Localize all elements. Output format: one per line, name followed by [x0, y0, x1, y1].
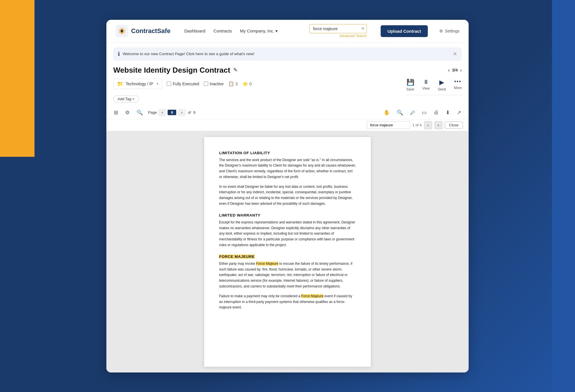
- contract-title-row: Website Identity Design Contract ✎ ‹ 3/4…: [113, 66, 462, 75]
- more-action-button[interactable]: ••• More: [454, 79, 462, 90]
- save-icon: 💾: [407, 79, 414, 86]
- info-icon: ℹ: [118, 51, 120, 57]
- search-clear-icon[interactable]: ✕: [361, 26, 365, 31]
- folder-badge[interactable]: 📁 Technology / IP ▾: [113, 79, 162, 89]
- folder-icon: 📁: [117, 81, 123, 87]
- nav-links: Dashboard Contracts My Company, Inc. ▾: [184, 28, 278, 34]
- contract-title: Website Identity Design Contract ✎: [113, 66, 237, 75]
- star-icon: ⭐: [242, 81, 248, 86]
- advanced-search-link[interactable]: Advanced Search: [340, 34, 367, 38]
- contract-nav: ‹ 3/4 ›: [448, 67, 462, 73]
- pdf-section-limitation: LIMITATION OF LIABILITY The services and…: [219, 151, 356, 207]
- navbar: ContractSafe Dashboard Contracts My Comp…: [106, 20, 469, 43]
- page-current-number: 6: [168, 110, 176, 115]
- logo[interactable]: ContractSafe: [116, 25, 170, 37]
- nav-company[interactable]: My Company, Inc. ▾: [240, 28, 278, 34]
- page-prev-button[interactable]: ‹: [158, 109, 166, 116]
- limitation-para-2: In no event shall Designer be liable for…: [219, 184, 356, 207]
- view-action-button[interactable]: ⏸ View: [422, 79, 430, 90]
- contract-nav-count: 3/4: [452, 68, 458, 72]
- force-majeure-highlight-1: Force Majeure: [256, 262, 278, 266]
- warranty-title: LIMITED WARRANTY: [219, 213, 356, 217]
- nav-dashboard[interactable]: Dashboard: [184, 28, 205, 34]
- search-result-row: 1 of 4 ‹ › Close: [106, 119, 469, 131]
- more-label: More: [454, 86, 462, 90]
- send-label: Send: [438, 87, 446, 91]
- force-majeure-title-highlight: Force Majeure: [219, 254, 255, 259]
- more-icon: •••: [454, 79, 461, 85]
- settings-button[interactable]: ⚙ Settings: [439, 29, 459, 33]
- download-button[interactable]: ⬇: [444, 108, 452, 117]
- upload-contract-button[interactable]: Upload Contract: [381, 25, 428, 37]
- pdf-right-tools: 🖨 ⬇ ↗: [432, 108, 463, 117]
- contract-prev-button[interactable]: ‹: [448, 67, 450, 73]
- dropdown-arrow-icon: ▾: [157, 82, 158, 86]
- view-icon: ⏸: [423, 79, 429, 85]
- pdf-toolbar: ⊞ ⚙ 🔍 Page ‹ 6 › of 9 ✋ 🔍 🔎 ▭ 🖨 ⬇ ↗: [106, 106, 469, 119]
- print-button[interactable]: 🖨: [432, 108, 440, 117]
- hand-tool-button[interactable]: ✋: [382, 108, 392, 117]
- zoom-out-button[interactable]: 🔎: [408, 109, 417, 116]
- force-majeure-title: Force Majeure: [219, 254, 356, 259]
- pdf-section-warranty: LIMITED WARRANTY Except for the express …: [219, 213, 356, 248]
- search-result-next-button[interactable]: ›: [434, 121, 442, 129]
- contract-header: Website Identity Design Contract ✎ ‹ 3/4…: [106, 61, 469, 106]
- page-label: Page: [148, 110, 157, 115]
- open-new-tab-button[interactable]: ↗: [455, 108, 463, 117]
- pdf-content-area: LIMITATION OF LIABILITY The services and…: [106, 131, 469, 372]
- force-majeure-para-1: Either party may invoke Force Majeure to…: [219, 261, 356, 289]
- fit-page-button[interactable]: ▭: [420, 108, 428, 117]
- force-majeure-highlight-2: Force Majeure: [301, 294, 323, 298]
- thumbnail-view-button[interactable]: ⊞: [112, 108, 120, 117]
- contract-next-button[interactable]: ›: [460, 67, 462, 73]
- page-of-label: of: [188, 110, 191, 115]
- send-icon: ▶: [439, 79, 444, 86]
- force-majeure-para-2: Failure to make a payment may only be co…: [219, 293, 356, 310]
- warranty-para-1: Except for the express representations a…: [219, 220, 356, 248]
- pdf-search-input[interactable]: [367, 121, 410, 129]
- search-close-button[interactable]: Close: [445, 121, 463, 129]
- limitation-para-1: The services and the work product of the…: [219, 157, 356, 180]
- banner-text[interactable]: Welcome to our new Contract Page! Click …: [123, 52, 450, 56]
- search-result-prev-button[interactable]: ‹: [424, 121, 432, 129]
- doc-count: 📋 3: [228, 81, 238, 86]
- limitation-title: LIMITATION OF LIABILITY: [219, 151, 356, 155]
- save-label: Save: [406, 87, 414, 91]
- pdf-document: LIMITATION OF LIABILITY The services and…: [204, 137, 371, 367]
- search-result-count: 1 of 4: [412, 123, 422, 127]
- page-total: 9: [193, 110, 195, 115]
- send-action-button[interactable]: ▶ Send: [438, 79, 446, 91]
- fully-executed-checkbox[interactable]: Fully Executed: [167, 82, 199, 86]
- search-input[interactable]: [309, 24, 367, 33]
- gear-icon: ⚙: [439, 29, 443, 33]
- settings-tool-button[interactable]: ⚙: [123, 108, 131, 117]
- view-label: View: [422, 86, 430, 90]
- contract-meta-row: 📁 Technology / IP ▾ Fully Executed Inact…: [113, 79, 252, 89]
- page-next-button[interactable]: ›: [178, 109, 185, 116]
- zoom-in-button[interactable]: 🔍: [395, 108, 405, 117]
- pdf-section-force-majeure: Force Majeure Either party may invoke Fo…: [219, 254, 356, 310]
- nav-search-area: ✕ Advanced Search: [309, 24, 367, 38]
- main-card: ContractSafe Dashboard Contracts My Comp…: [106, 20, 469, 372]
- contract-actions-row: 💾 Save ⏸ View ▶ Send ••• More: [406, 79, 462, 95]
- edit-title-icon[interactable]: ✎: [233, 67, 237, 73]
- nav-contracts[interactable]: Contracts: [213, 28, 232, 34]
- pdf-page[interactable]: LIMITATION OF LIABILITY The services and…: [106, 131, 469, 372]
- announcement-banner: ℹ Welcome to our new Contract Page! Clic…: [113, 47, 462, 61]
- search-tool-button[interactable]: 🔍: [135, 108, 145, 117]
- logo-text: ContractSafe: [131, 27, 170, 35]
- add-tag-button[interactable]: Add Tag +: [113, 95, 139, 103]
- logo-icon: [116, 25, 128, 37]
- banner-close-button[interactable]: ✕: [453, 51, 457, 57]
- save-action-button[interactable]: 💾 Save: [406, 79, 414, 91]
- star-count: ⭐ 0: [242, 81, 252, 86]
- document-icon: 📋: [228, 81, 234, 86]
- nav-search-wrapper: ✕: [309, 24, 367, 33]
- page-nav: Page ‹ 6 › of 9: [148, 109, 195, 116]
- inactive-checkbox[interactable]: Inactive: [204, 82, 224, 86]
